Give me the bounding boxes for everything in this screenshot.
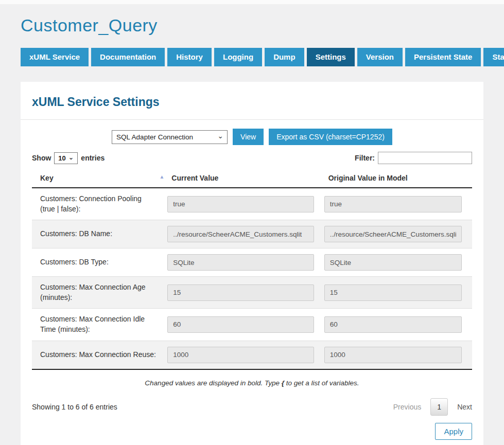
- settings-panel: xUML Service Settings SQL Adapter Connec…: [21, 82, 483, 445]
- page-container: Customer_Query xUML Service Documentatio…: [0, 15, 504, 445]
- current-value-input[interactable]: [167, 316, 314, 333]
- current-value-input[interactable]: [167, 196, 314, 212]
- tab-status[interactable]: Status: [483, 48, 504, 66]
- page-size-control: Show 10 ⌄ entries: [32, 152, 105, 164]
- original-value-input[interactable]: [324, 254, 462, 271]
- tab-bar: xUML Service Documentation History Loggi…: [21, 48, 483, 66]
- entries-label: entries: [81, 154, 105, 162]
- tab-history[interactable]: History: [167, 48, 212, 66]
- setting-key: Customers: Connection Pooling (true | fa…: [32, 188, 167, 220]
- original-value-input[interactable]: [324, 226, 462, 242]
- original-value-input[interactable]: [324, 347, 462, 363]
- pagination-previous[interactable]: Previous: [393, 403, 421, 411]
- divider: [21, 119, 483, 120]
- tab-logging[interactable]: Logging: [214, 48, 262, 66]
- page-size-select-wrap: 10 ⌄: [54, 152, 78, 164]
- original-value-input[interactable]: [324, 284, 462, 301]
- setting-key: Customers: DB Name:: [32, 220, 167, 248]
- page-size-select[interactable]: 10: [54, 152, 78, 164]
- original-value-input[interactable]: [324, 316, 462, 333]
- pagination-next[interactable]: Next: [457, 403, 472, 411]
- filter-control: Filter:: [355, 152, 472, 164]
- table-row: Customers: Max Connection Idle Time (min…: [32, 309, 472, 341]
- current-value-input[interactable]: [167, 347, 314, 363]
- entries-summary: Showing 1 to 6 of 6 entries: [32, 403, 117, 411]
- column-header-original-value[interactable]: Original Value in Model: [324, 170, 472, 188]
- apply-button[interactable]: Apply: [435, 423, 472, 440]
- show-label: Show: [32, 154, 51, 162]
- hint-note: Changed values are displayed in bold. Ty…: [32, 379, 472, 387]
- page-title: Customer_Query: [21, 15, 483, 35]
- table-controls: Show 10 ⌄ entries Filter:: [32, 152, 472, 164]
- column-header-key[interactable]: Key ▲: [32, 170, 167, 188]
- table-row: Customers: Max Connection Reuse:: [32, 341, 472, 369]
- tab-documentation[interactable]: Documentation: [91, 48, 165, 66]
- setting-key: Customers: Max Connection Age (minutes):: [32, 277, 167, 309]
- export-csv-button[interactable]: Export as CSV (charset=CP1252): [269, 129, 392, 145]
- current-value-input[interactable]: [167, 254, 314, 271]
- tab-xuml-service[interactable]: xUML Service: [21, 48, 89, 66]
- sort-ascending-icon: ▲: [159, 174, 164, 180]
- settings-table: Key ▲ Current Value Original Value in Mo…: [32, 170, 472, 370]
- table-row: Customers: Connection Pooling (true | fa…: [32, 188, 472, 220]
- column-header-current-value[interactable]: Current Value: [167, 170, 324, 188]
- tab-dump[interactable]: Dump: [265, 48, 304, 66]
- setting-key: Customers: DB Type:: [32, 248, 167, 277]
- setting-key: Customers: Max Connection Idle Time (min…: [32, 309, 167, 341]
- top-strip: [0, 0, 504, 4]
- tab-settings[interactable]: Settings: [307, 48, 355, 66]
- table-row: Customers: Max Connection Age (minutes):: [32, 277, 472, 309]
- tab-persistent-state[interactable]: Persistent State: [405, 48, 481, 66]
- panel-heading: xUML Service Settings: [32, 95, 472, 109]
- original-value-input[interactable]: [324, 196, 462, 212]
- filter-input[interactable]: [378, 152, 472, 164]
- table-row: Customers: DB Name:: [32, 220, 472, 248]
- table-row: Customers: DB Type:: [32, 248, 472, 277]
- filter-label: Filter:: [355, 154, 375, 162]
- toolbar: SQL Adapter Connection ⌄ View Export as …: [32, 129, 472, 145]
- current-value-input[interactable]: [167, 284, 314, 301]
- apply-row: Apply: [32, 423, 472, 440]
- pagination-page-1[interactable]: 1: [430, 398, 448, 416]
- setting-group-select-wrap: SQL Adapter Connection ⌄: [112, 130, 228, 144]
- tab-version[interactable]: Version: [357, 48, 403, 66]
- setting-group-select[interactable]: SQL Adapter Connection: [112, 130, 228, 144]
- table-header-row: Key ▲ Current Value Original Value in Mo…: [32, 170, 472, 188]
- current-value-input[interactable]: [167, 226, 314, 242]
- view-button[interactable]: View: [233, 129, 264, 145]
- setting-key: Customers: Max Connection Reuse:: [32, 341, 167, 369]
- pagination: Previous 1 Next: [393, 398, 472, 416]
- table-footer: Showing 1 to 6 of 6 entries Previous 1 N…: [32, 398, 472, 416]
